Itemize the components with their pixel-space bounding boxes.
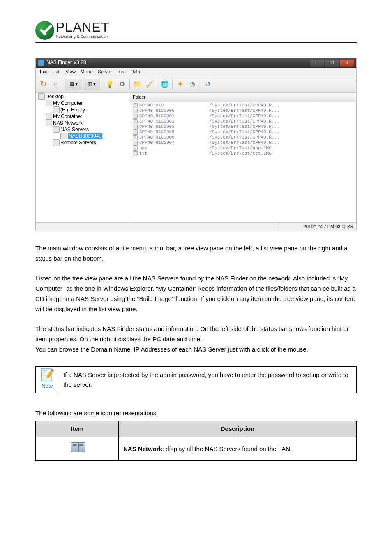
paragraph-tree-view: Listed on the tree view pane are all the… [35,273,357,314]
list-row[interactable]: CPP40.R1C0003/System/ErrTest/CPP40.R... [129,124,356,130]
menu-tool[interactable]: Tool [115,68,127,76]
nas-network-icon-cell [36,437,119,461]
tree-view[interactable]: DesktopMy Computer(F:) -Empty-My Contain… [36,92,129,222]
toolbar: ↻ ⌂ ▦ ▾ ▥ ▾ 💡 ⚙ 📁 🧹 🌐 ✦ ◔ ↺ [36,76,356,92]
header-divider [35,42,357,43]
maximize-button[interactable]: ☐ [325,60,339,67]
status-hint [36,223,279,231]
menu-edit[interactable]: Edit [51,68,62,76]
list-row[interactable]: CPP40.R1C0007/System/ErrTest/CPP40.R... [129,140,356,146]
brand-logo: PLANET Networking & Communication [35,21,357,40]
list-row[interactable]: CPP40.R1C0005/System/ErrTest/CPP40.R... [129,130,356,135]
tree-item[interactable]: My Container [36,113,129,120]
star-icon[interactable]: ✦ [174,79,186,90]
tree-item[interactable]: Remote Servers [36,139,129,146]
clock-icon[interactable]: ◔ [187,79,198,90]
nas-network-description: NAS Network: display all the NAS Servers… [119,437,356,461]
note-label: Note [42,382,53,390]
clean-icon[interactable]: 🧹 [144,79,155,90]
tree-item[interactable]: My Computer [36,100,129,106]
note-icon: 📝 [40,369,55,381]
minimize-button[interactable]: — [310,60,324,67]
menu-bar: File Edit View Mirror Server Tool Help [36,68,356,76]
icon-table: Item Description NAS Network: display al… [35,421,357,461]
home-icon[interactable]: ⌂ [50,79,61,90]
list-view[interactable]: Folder CPP40.R10/System/ErrTest/CPP40.R.… [129,92,356,222]
paragraph-status-bar: The status bar indicates NAS Finder stat… [35,324,357,354]
col-item: Item [36,421,119,437]
close-button[interactable]: ✕ [340,60,354,67]
tree-item[interactable]: NAS Servers [36,126,129,133]
settings-icon[interactable]: ⚙ [116,79,128,90]
nas-finder-screenshot: NAS Finder V3.28 — ☐ ✕ File Edit View Mi… [35,58,357,231]
planet-mark-icon [35,21,54,40]
menu-view[interactable]: View [64,68,77,76]
list-row[interactable]: CPP40.R1C0006/System/ErrTest/CPP40.R... [129,135,356,140]
paragraph-main-window: The main window consists of a file menu,… [35,243,357,264]
list-row[interactable]: CPP40.R10/System/ErrTest/CPP40.R... [129,103,356,108]
view-mode-button[interactable]: ▦ ▾ [65,79,82,90]
menu-mirror[interactable]: Mirror [79,68,95,76]
note-text: If a NAS Server is protected by the admi… [59,367,356,393]
list-row[interactable]: CPP40.R1C0002/System/ErrTest/CPP40.R... [129,119,356,124]
nas-network-icon [71,442,84,452]
tree-item[interactable]: NASD8009040 [36,133,129,139]
folder-icon[interactable]: 📁 [131,79,143,90]
table-row: NAS Network: display all the NAS Servers… [36,437,356,461]
status-datetime: 2010/12/27 PM 03:02:45 [279,223,356,231]
icon-table-caption: The following are some icon representati… [35,408,357,419]
list-row[interactable]: ppp/System/ErrTest/ppp.IMG [129,146,356,151]
hint-icon[interactable]: 💡 [104,79,115,90]
menu-help[interactable]: Help [129,68,142,76]
sync-icon[interactable]: ↺ [202,79,213,90]
tree-item[interactable]: (F:) -Empty- [36,106,129,113]
list-row[interactable]: CPP40.R1C0000/System/ErrTest/CPP40.R... [129,108,356,113]
app-icon [38,60,44,66]
tree-item[interactable]: Desktop [36,93,129,100]
brand-tagline: Networking & Communication [56,34,109,40]
tree-item[interactable]: NAS Network [36,120,129,126]
col-description: Description [119,421,356,437]
layout-button[interactable]: ▥ ▾ [83,79,100,90]
refresh-icon[interactable]: ↻ [37,79,49,90]
status-bar: 2010/12/27 PM 03:02:45 [36,222,356,231]
network-icon[interactable]: 🌐 [159,79,171,90]
list-row[interactable]: ttt/System/ErrTest/ttt.IMG [129,151,356,156]
note-box: 📝 Note If a NAS Server is protected by t… [35,366,357,393]
window-titlebar: NAS Finder V3.28 — ☐ ✕ [36,58,356,68]
window-title: NAS Finder V3.28 [46,59,86,67]
list-row[interactable]: CPP40.R1C0001/System/ErrTest/CPP40.R... [129,113,356,119]
menu-file[interactable]: File [38,68,49,76]
menu-server[interactable]: Server [96,68,113,76]
brand-name: PLANET [56,21,109,34]
list-header[interactable]: Folder [129,92,356,102]
